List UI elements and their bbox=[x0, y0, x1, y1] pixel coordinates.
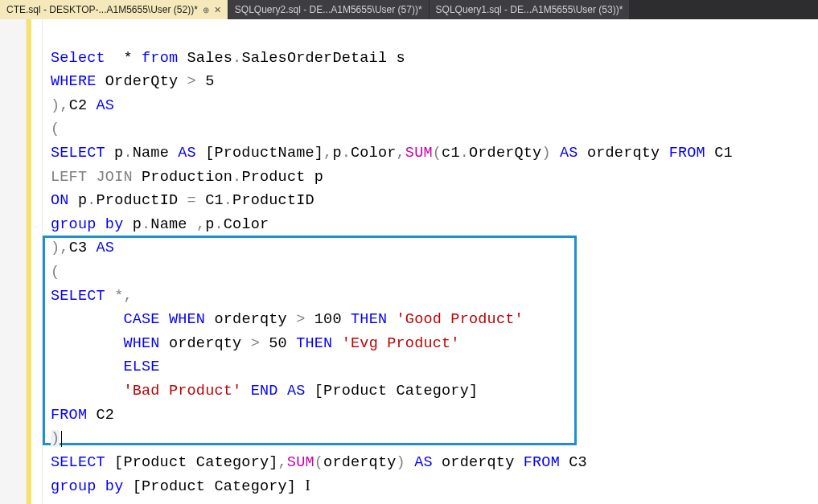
code-line: ),C3 AS bbox=[51, 240, 114, 256]
pin-icon[interactable]: ⊕ bbox=[203, 6, 209, 14]
code-line: group by p.Name ,p.Color bbox=[51, 216, 269, 233]
code-line: WHEN orderqty > 50 THEN 'Evg Product' bbox=[51, 335, 460, 352]
tab-label: SQLQuery1.sql - DE...A1M5655\User (53))* bbox=[436, 4, 623, 15]
code-area[interactable]: Select * from Sales.SalesOrderDetail s W… bbox=[43, 19, 738, 504]
code-line: ) bbox=[51, 430, 62, 447]
close-icon[interactable]: ✕ bbox=[214, 5, 221, 15]
code-line: ( bbox=[51, 121, 60, 137]
code-line: SELECT p.Name AS [ProductName],p.Color,S… bbox=[51, 145, 733, 162]
code-line: CASE WHEN orderqty > 100 THEN 'Good Prod… bbox=[51, 311, 524, 328]
tab-sqlquery2[interactable]: SQLQuery2.sql - DE...A1M5655\User (57))* bbox=[228, 0, 430, 19]
tab-cte-sql[interactable]: CTE.sql - DESKTOP-...A1M5655\User (52))*… bbox=[0, 0, 228, 19]
code-line: LEFT JOIN Production.Product p bbox=[51, 169, 323, 186]
code-line: group by [Product Category] I bbox=[51, 478, 310, 495]
gutter bbox=[0, 19, 27, 504]
tab-sqlquery1[interactable]: SQLQuery1.sql - DE...A1M5655\User (53))* bbox=[430, 0, 631, 19]
code-line: ON p.ProductID = C1.ProductID bbox=[51, 192, 314, 209]
code-line: SELECT [Product Category],SUM(orderqty) … bbox=[51, 454, 587, 471]
code-line: Select * from Sales.SalesOrderDetail s bbox=[51, 50, 405, 67]
code-line: 'Bad Product' END AS [Product Category] bbox=[51, 383, 478, 400]
code-line: SELECT *, bbox=[51, 288, 133, 305]
tab-bar: CTE.sql - DESKTOP-...A1M5655\User (52))*… bbox=[0, 0, 818, 19]
code-line: FROM C2 bbox=[51, 407, 114, 424]
code-line: ELSE bbox=[51, 359, 160, 375]
code-line: WHERE OrderQty > 5 bbox=[51, 73, 214, 90]
code-line: ( bbox=[51, 264, 60, 281]
editor[interactable]: Select * from Sales.SalesOrderDetail s W… bbox=[0, 19, 818, 504]
code-line: ),C2 AS bbox=[51, 97, 114, 114]
tab-label: CTE.sql - DESKTOP-...A1M5655\User (52))* bbox=[6, 4, 198, 15]
outline-margin bbox=[31, 19, 43, 504]
tab-label: SQLQuery2.sql - DE...A1M5655\User (57))* bbox=[235, 4, 422, 15]
text-cursor bbox=[61, 431, 62, 447]
